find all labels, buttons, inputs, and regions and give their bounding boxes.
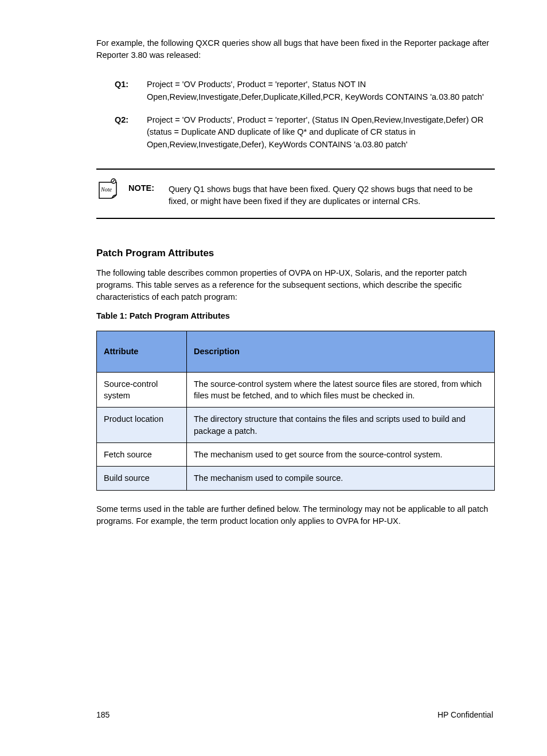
attributes-table: Attribute Description Source-control sys… — [96, 331, 495, 491]
query-row: Q1: Project = 'OV Products', Product = '… — [115, 79, 495, 104]
query-key: Q1: — [115, 79, 147, 104]
table-row: Build source The mechanism used to compi… — [97, 467, 495, 490]
table-cell: The mechanism used to get source from th… — [187, 443, 495, 467]
paragraph-intro: For example, the following QXCR queries … — [96, 37, 495, 61]
paragraph-after-table: Some terms used in the table are further… — [96, 503, 495, 527]
paragraph-table-intro: The following table describes common pro… — [96, 267, 495, 303]
note-text: Query Q1 shows bugs that have been fixed… — [169, 180, 495, 207]
query-text: Project = 'OV Products', Product = 'repo… — [147, 79, 495, 104]
table-cell: The source-control system where the late… — [187, 372, 495, 408]
svg-text:Note: Note — [100, 186, 112, 193]
page-number: 185 — [96, 710, 110, 719]
table-caption: Table 1: Patch Program Attributes — [96, 311, 495, 320]
table-row: Fetch source The mechanism used to get s… — [97, 443, 495, 467]
table-header-row: Attribute Description — [97, 331, 495, 372]
table-row: Source-control system The source-control… — [97, 372, 495, 408]
note-icon: Note — [96, 178, 126, 203]
query-text: Project = 'OV Products', Product = 'repo… — [147, 114, 495, 151]
note-label: NOTE: — [128, 180, 169, 193]
table-cell: The mechanism used to compile source. — [187, 467, 495, 490]
divider — [96, 218, 495, 219]
footer-confidential: HP Confidential — [437, 710, 493, 719]
table-cell: Source-control system — [97, 372, 187, 408]
query-key: Q2: — [115, 114, 147, 151]
table-cell: The directory structure that contains th… — [187, 408, 495, 443]
table-cell: Fetch source — [97, 443, 187, 467]
query-block: Q1: Project = 'OV Products', Product = '… — [115, 79, 495, 151]
table-cell: Build source — [97, 467, 187, 490]
table-row: Product location The directory structure… — [97, 408, 495, 443]
table-cell: Product location — [97, 408, 187, 443]
query-row: Q2: Project = 'OV Products', Product = '… — [115, 114, 495, 151]
section-heading: Patch Program Attributes — [96, 248, 495, 259]
table-header-cell: Description — [187, 331, 495, 372]
note-block: Note NOTE: Query Q1 shows bugs that have… — [96, 170, 495, 218]
table-header-cell: Attribute — [97, 331, 187, 372]
